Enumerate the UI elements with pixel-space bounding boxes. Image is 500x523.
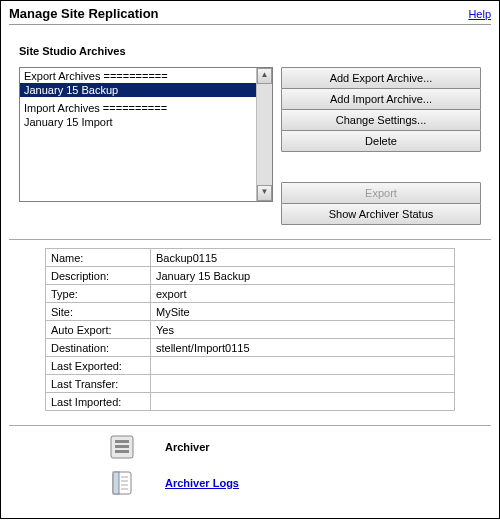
- export-button[interactable]: Export: [281, 182, 481, 204]
- table-row: Last Imported:: [46, 393, 455, 411]
- list-scrollbar[interactable]: ▲ ▼: [256, 68, 272, 201]
- separator: [9, 425, 491, 426]
- show-archiver-status-button[interactable]: Show Archiver Status: [281, 203, 481, 225]
- detail-value: export: [151, 285, 455, 303]
- detail-key: Site:: [46, 303, 151, 321]
- list-group-import: Import Archives ==========: [20, 101, 256, 115]
- detail-value: [151, 357, 455, 375]
- detail-key: Type:: [46, 285, 151, 303]
- list-group-export: Export Archives ==========: [20, 69, 256, 83]
- change-settings-button[interactable]: Change Settings...: [281, 109, 481, 131]
- detail-value: MySite: [151, 303, 455, 321]
- page-title: Manage Site Replication: [9, 6, 159, 21]
- table-row: Name:Backup0115: [46, 249, 455, 267]
- archives-listbox[interactable]: Export Archives ========== January 15 Ba…: [19, 67, 273, 202]
- detail-value: [151, 393, 455, 411]
- detail-key: Destination:: [46, 339, 151, 357]
- delete-button[interactable]: Delete: [281, 130, 481, 152]
- detail-key: Last Transfer:: [46, 375, 151, 393]
- table-row: Type:export: [46, 285, 455, 303]
- detail-value: Yes: [151, 321, 455, 339]
- add-export-archive-button[interactable]: Add Export Archive...: [281, 67, 481, 89]
- svg-rect-5: [113, 472, 119, 494]
- scroll-down-icon[interactable]: ▼: [257, 185, 272, 201]
- table-row: Last Transfer:: [46, 375, 455, 393]
- archiver-icon: [109, 434, 135, 460]
- svg-rect-3: [115, 450, 129, 453]
- svg-rect-1: [115, 440, 129, 443]
- list-item-import-1[interactable]: January 15 Import: [20, 115, 256, 129]
- help-link[interactable]: Help: [468, 8, 491, 20]
- table-row: Last Exported:: [46, 357, 455, 375]
- add-import-archive-button[interactable]: Add Import Archive...: [281, 88, 481, 110]
- scroll-up-icon[interactable]: ▲: [257, 68, 272, 84]
- archiver-logs-icon: [109, 470, 135, 496]
- detail-value: January 15 Backup: [151, 267, 455, 285]
- section-label: Site Studio Archives: [19, 45, 491, 57]
- detail-value: Backup0115: [151, 249, 455, 267]
- detail-key: Name:: [46, 249, 151, 267]
- table-row: Description:January 15 Backup: [46, 267, 455, 285]
- archiver-link[interactable]: Archiver: [165, 441, 210, 453]
- archiver-logs-link[interactable]: Archiver Logs: [165, 477, 239, 489]
- detail-key: Auto Export:: [46, 321, 151, 339]
- detail-key: Description:: [46, 267, 151, 285]
- svg-rect-2: [115, 445, 129, 448]
- table-row: Destination:stellent/Import0115: [46, 339, 455, 357]
- detail-key: Last Exported:: [46, 357, 151, 375]
- table-row: Site:MySite: [46, 303, 455, 321]
- detail-value: [151, 375, 455, 393]
- detail-value: stellent/Import0115: [151, 339, 455, 357]
- detail-key: Last Imported:: [46, 393, 151, 411]
- scroll-track[interactable]: [257, 84, 272, 185]
- details-table: Name:Backup0115 Description:January 15 B…: [45, 248, 455, 411]
- separator: [9, 239, 491, 240]
- table-row: Auto Export:Yes: [46, 321, 455, 339]
- list-item-export-1[interactable]: January 15 Backup: [20, 83, 256, 97]
